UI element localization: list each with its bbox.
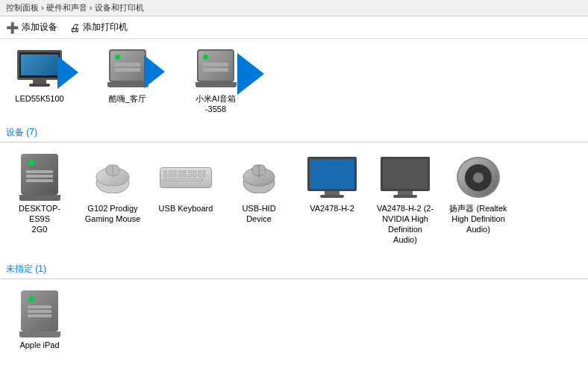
unspecified-section-title: 未指定 (1) [6,264,46,274]
device-kuxun[interactable]: 酷嗨_客厅 [94,42,161,119]
device-mouse-label: G102 ProdigyGaming Mouse [85,203,141,225]
usb-hid-svg-icon [237,162,281,193]
device-va2478-2[interactable]: VA2478-H-2 (2-NVIDIA HighDefinitionAudio… [372,152,439,249]
add-device-label: 添加设备 [22,21,57,34]
media-arrow-2-icon [144,55,165,88]
device-realtek[interactable]: 扬声器 (RealtekHigh DefinitionAudio) [445,152,512,249]
device-keyboard-icon [160,155,212,200]
device-realtek-label: 扬声器 (RealtekHigh DefinitionAudio) [449,203,507,235]
device-led55k5100-label: LED55K5100 [15,93,63,104]
device-apple-ipad-icon [13,292,66,337]
unspecified-grid: Apple iPad [0,285,588,360]
devices-section-title: 设备 (7) [6,127,37,137]
device-led55k5100-icon [13,46,66,90]
breadcrumb-text: 控制面板 › 硬件和声音 › 设备和打印机 [6,2,144,13]
apple-ipad-server-icon [21,290,58,331]
add-device-icon: ➕ [6,22,19,34]
speaker-icon [457,157,500,198]
device-xiaomi-label: 小米AI音箱-3558 [196,93,236,115]
device-apple-ipad-label: Apple iPad [19,340,59,350]
device-va2478-1-label: VA2478-H-2 [310,203,354,214]
device-keyboard[interactable]: USB Keyboard [152,152,219,249]
media-arrow-icon [57,56,78,89]
device-va2478-1-icon [306,155,358,200]
devices-grid: DESKTOP-ES9S2G0 [0,149,588,255]
unspecified-section-header: 未指定 (1) [0,258,588,279]
device-xiaomi-ai[interactable]: 小米AI音箱-3558 [182,42,249,119]
computer-icon [21,154,58,195]
device-apple-ipad[interactable]: Apple iPad [6,288,73,354]
speaker-cone-icon [465,164,492,191]
main-content: 控制面板 › 硬件和声音 › 设备和打印机 ➕ 添加设备 🖨 添加打印机 [0,0,588,360]
device-led55k5100[interactable]: LED55K5100 [6,42,73,119]
add-device-button[interactable]: ➕ 添加设备 [6,21,57,34]
add-printer-button[interactable]: 🖨 添加打印机 [69,21,128,34]
device-mouse[interactable]: G102 ProdigyGaming Mouse [79,152,146,249]
unspecified-section: 未指定 (1) Apple iPad [0,258,588,360]
mouse-svg-icon [90,162,136,193]
device-desktop-label: DESKTOP-ES9S2G0 [10,203,69,235]
devices-section-header: 设备 (7) [0,122,588,143]
device-usb-hid-label: USB-HIDDevice [242,203,275,225]
led-tv-screen [17,50,62,80]
device-desktop[interactable]: DESKTOP-ES9S2G0 [6,152,73,249]
device-kuxun-icon [101,46,154,90]
toolbar: ➕ 添加设备 🖨 添加打印机 [0,16,588,39]
device-kuxun-label: 酷嗨_客厅 [109,93,146,104]
devices-section: 设备 (7) [0,122,588,255]
device-va2478-2-label: VA2478-H-2 (2-NVIDIA HighDefinitionAudio… [377,203,434,246]
device-va2478-1[interactable]: VA2478-H-2 [298,152,366,249]
device-realtek-icon [452,155,504,200]
device-va2478-2-icon [379,155,431,200]
add-printer-label: 添加打印机 [83,21,128,34]
device-keyboard-label: USB Keyboard [159,203,213,214]
device-desktop-icon [13,155,66,200]
media-devices-section: LED55K5100 酷嗨_客厅 [0,39,588,122]
media-arrow-3-icon [237,53,264,95]
device-mouse-icon [87,155,139,200]
device-usb-hid-icon [233,155,285,200]
add-printer-icon: 🖨 [69,22,80,34]
device-usb-hid[interactable]: USB-HIDDevice [225,152,293,249]
breadcrumb: 控制面板 › 硬件和声音 › 设备和打印机 [0,0,588,16]
device-xiaomi-icon [190,46,242,90]
